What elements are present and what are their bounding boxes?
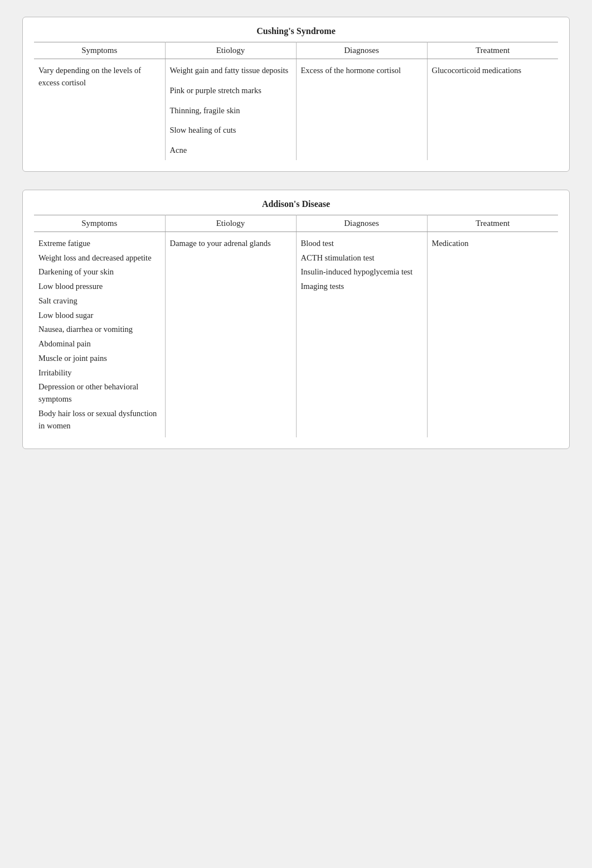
list-item: Low blood sugar <box>38 310 161 322</box>
addisons-etiology: Damage to your adrenal glands <box>165 232 296 437</box>
list-item: Extreme fatigue <box>38 238 161 250</box>
list-item: Pink or purple stretch marks <box>170 85 292 97</box>
list-item: Muscle or joint pains <box>38 353 161 365</box>
cushings-treatment: Glucocorticoid medications <box>427 59 558 160</box>
addisons-title: Addison's Disease <box>34 199 558 209</box>
cushings-etiology: Weight gain and fatty tissue deposits Pi… <box>165 59 296 160</box>
list-item: ACTH stimulation test <box>301 252 423 264</box>
cushings-title: Cushing's Syndrome <box>34 26 558 36</box>
list-item: Slow healing of cuts <box>170 124 292 137</box>
list-item: Abdominal pain <box>38 338 161 350</box>
cushings-header-diagnoses: Diagnoses <box>296 42 427 59</box>
list-item: Salt craving <box>38 295 161 307</box>
cushings-table: Cushing's Syndrome Symptoms Etiology Dia… <box>22 17 570 172</box>
cushings-header-etiology: Etiology <box>165 42 296 59</box>
addisons-header-symptoms: Symptoms <box>34 215 165 232</box>
list-item: Low blood pressure <box>38 281 161 293</box>
addisons-table: Addison's Disease Symptoms Etiology Diag… <box>22 190 570 450</box>
cushings-header-symptoms: Symptoms <box>34 42 165 59</box>
addisons-symptoms: Extreme fatigueWeight loss and decreased… <box>34 232 165 437</box>
list-item: Weight loss and decreased appetite <box>38 252 161 264</box>
addisons-treatment: Medication <box>427 232 558 437</box>
list-item: Acne <box>170 144 292 157</box>
list-item: Thinning, fragile skin <box>170 105 292 117</box>
addisons-diagnoses: Blood testACTH stimulation testInsulin-i… <box>296 232 427 437</box>
addisons-header-etiology: Etiology <box>165 215 296 232</box>
list-item: Nausea, diarrhea or vomiting <box>38 324 161 336</box>
addisons-header-diagnoses: Diagnoses <box>296 215 427 232</box>
cushings-diagnoses: Excess of the hormone cortisol <box>296 59 427 160</box>
cushings-header-treatment: Treatment <box>427 42 558 59</box>
list-item: Irritability <box>38 367 161 379</box>
list-item: Depression or other behavioral symptoms <box>38 381 161 406</box>
list-item: Imaging tests <box>301 281 423 293</box>
list-item: Darkening of your skin <box>38 266 161 278</box>
cushings-symptoms: Vary depending on the levels of excess c… <box>34 59 165 160</box>
addisons-header-treatment: Treatment <box>427 215 558 232</box>
list-item: Blood test <box>301 238 423 250</box>
list-item: Insulin-induced hypoglycemia test <box>301 266 423 278</box>
list-item: Body hair loss or sexual dysfunction in … <box>38 408 161 432</box>
list-item: Weight gain and fatty tissue deposits <box>170 65 292 77</box>
